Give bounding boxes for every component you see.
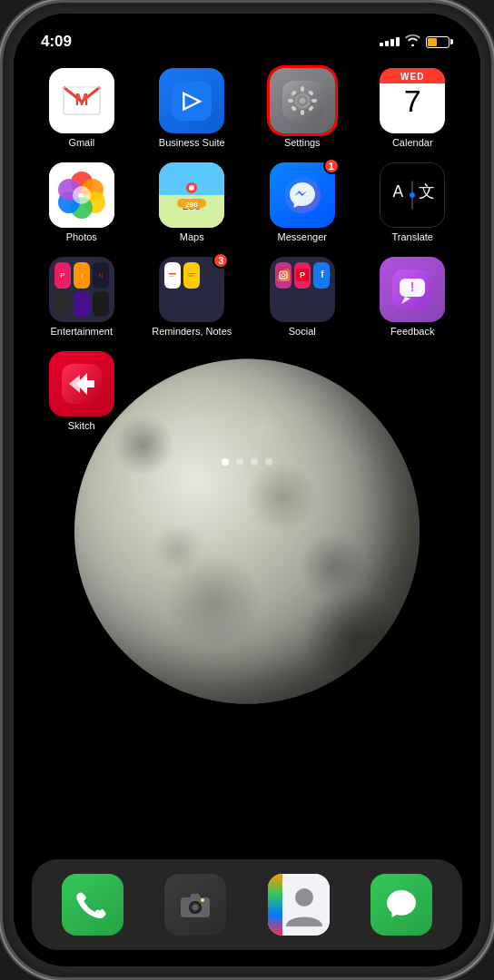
page-dot-3[interactable]: [251, 458, 258, 466]
mute-button[interactable]: [0, 148, 3, 184]
maps-label: Maps: [180, 231, 204, 242]
svg-text:280: 280: [186, 201, 199, 209]
feedback-icon: !: [380, 257, 445, 322]
svg-point-38: [410, 192, 415, 198]
app-photos[interactable]: Photos: [30, 162, 133, 242]
app-reminders-notes[interactable]: 3 Reminders, Notes: [141, 257, 244, 337]
page-dot-1[interactable]: [222, 458, 229, 466]
business-suite-label: Business Suite: [159, 137, 225, 148]
dock-phone[interactable]: [62, 874, 124, 936]
reminders-notes-icon: 3: [159, 257, 224, 322]
mini-app-2: ♪: [74, 262, 90, 289]
svg-point-32: [189, 185, 194, 191]
svg-rect-10: [288, 99, 293, 103]
signal-bar-4: [396, 37, 400, 46]
phone-frame: 4:09: [0, 0, 494, 980]
svg-point-17: [299, 98, 305, 104]
contacts-icon: [268, 874, 330, 936]
settings-icon: [270, 68, 335, 133]
svg-rect-48: [166, 269, 179, 281]
svg-rect-53: [188, 276, 193, 277]
svg-rect-8: [301, 86, 304, 92]
app-gmail[interactable]: M Gmail: [30, 68, 133, 148]
app-calendar[interactable]: WED 7 Calendar: [361, 68, 465, 148]
dock: [32, 859, 462, 950]
volume-up-button[interactable]: [0, 198, 3, 257]
app-settings[interactable]: Settings: [251, 68, 354, 148]
social-label: Social: [289, 326, 316, 337]
business-suite-icon: ▷: [159, 68, 224, 133]
calendar-label: Calendar: [392, 137, 433, 148]
svg-rect-46: [75, 298, 88, 310]
gmail-label: Gmail: [68, 137, 94, 148]
dock-camera[interactable]: [164, 874, 226, 936]
mini-app-5: [74, 291, 90, 318]
svg-point-25: [73, 186, 91, 204]
app-business-suite[interactable]: ▷ Business Suite: [141, 68, 244, 148]
feedback-label: Feedback: [390, 326, 434, 337]
volume-down-button[interactable]: [0, 270, 3, 329]
app-social[interactable]: P f Social: [251, 257, 354, 337]
svg-text:文: 文: [419, 182, 435, 201]
svg-text:P: P: [300, 270, 305, 279]
svg-rect-49: [169, 273, 176, 275]
svg-rect-50: [169, 276, 174, 277]
calendar-day: WED: [380, 68, 445, 83]
entertainment-label: Entertainment: [51, 326, 113, 337]
page-dot-2[interactable]: [236, 458, 243, 466]
photos-icon: [49, 162, 114, 228]
social-folder-icon: P f: [270, 257, 335, 322]
settings-label: Settings: [284, 137, 321, 148]
status-time: 4:09: [41, 33, 72, 51]
skitch-icon: [49, 351, 114, 416]
svg-rect-47: [94, 298, 107, 310]
svg-point-70: [201, 898, 204, 902]
svg-rect-51: [185, 269, 198, 281]
signal-bar-3: [390, 39, 394, 46]
phone-icon: [62, 874, 124, 936]
pinterest-mini: P: [294, 262, 311, 289]
messages-icon: [370, 874, 432, 936]
app-maps[interactable]: 280 280 Maps: [141, 162, 244, 242]
dock-messages[interactable]: [370, 874, 432, 936]
photos-label: Photos: [66, 231, 97, 242]
mini-app-4: [54, 291, 71, 318]
entertainment-folder-icon: P ♪ N: [49, 257, 114, 322]
translate-label: Translate: [392, 231, 433, 242]
camera-icon: [164, 874, 226, 936]
page-dot-4[interactable]: [265, 458, 272, 466]
mini-app-1: P: [54, 262, 71, 289]
svg-rect-73: [268, 874, 282, 936]
page-dots: [14, 458, 480, 466]
mini-app-6: [93, 291, 109, 318]
battery-icon: [426, 36, 453, 48]
svg-text:M: M: [74, 91, 88, 109]
signal-bar-1: [380, 43, 383, 46]
maps-icon: 280 280: [159, 162, 224, 228]
messenger-badge: 1: [323, 158, 340, 174]
app-entertainment[interactable]: P ♪ N: [30, 257, 133, 337]
svg-text:!: !: [410, 279, 415, 294]
app-feedback[interactable]: ! Feedback: [361, 257, 465, 337]
svg-text:▷: ▷: [183, 86, 203, 113]
svg-rect-52: [188, 273, 195, 274]
svg-rect-11: [311, 99, 317, 103]
dock-contacts[interactable]: [268, 874, 330, 936]
signal-icon: [380, 37, 400, 46]
svg-text:P: P: [60, 271, 64, 279]
calendar-number: 7: [404, 85, 421, 116]
facebook-mini: f: [313, 262, 330, 289]
notes-mini: [183, 262, 200, 289]
app-messenger[interactable]: 1 Messenger: [251, 162, 354, 242]
app-translate[interactable]: A 文 Translate: [361, 162, 465, 242]
gmail-icon: M: [49, 68, 114, 133]
svg-rect-45: [56, 298, 69, 310]
signal-bar-2: [385, 41, 389, 46]
svg-text:♪: ♪: [80, 272, 84, 279]
translate-icon-wrapper: A 文: [380, 162, 445, 228]
app-skitch[interactable]: Skitch: [30, 351, 133, 431]
svg-text:A: A: [393, 182, 404, 201]
mini-app-3: N: [93, 262, 109, 289]
svg-rect-9: [301, 110, 304, 115]
instagram-mini: [275, 262, 291, 289]
